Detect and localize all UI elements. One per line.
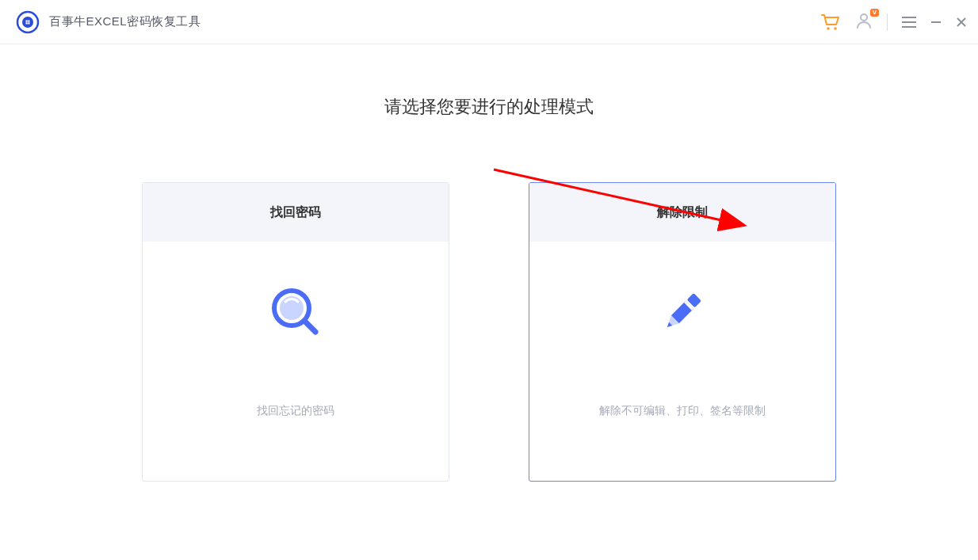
mode-card-recover-password[interactable]: 找回密码 找回忘记的密码 xyxy=(142,182,449,482)
vip-badge: V xyxy=(870,9,879,17)
card-body: 找回忘记的密码 xyxy=(143,242,449,481)
svg-point-7 xyxy=(834,27,837,30)
svg-point-8 xyxy=(861,14,867,21)
svg-line-19 xyxy=(305,322,315,332)
app-logo-icon xyxy=(16,10,40,34)
card-desc: 解除不可编辑、打印、签名等限制 xyxy=(599,404,766,418)
magnifier-icon xyxy=(268,280,323,344)
svg-rect-4 xyxy=(26,22,28,24)
card-desc: 找回忘记的密码 xyxy=(257,404,334,418)
card-title-band: 解除限制 xyxy=(529,183,835,242)
mode-cards-row: 找回密码 找回忘记的密码 解除限制 xyxy=(142,182,836,482)
svg-point-1 xyxy=(22,17,33,28)
svg-rect-3 xyxy=(28,20,29,21)
app-title: 百事牛EXCEL密码恢复工具 xyxy=(49,14,201,29)
card-title: 找回密码 xyxy=(270,204,321,221)
mode-card-remove-restriction[interactable]: 解除限制 解除不可编辑、打印、签名等限制 xyxy=(529,182,836,482)
titlebar: 百事牛EXCEL密码恢复工具 V xyxy=(0,0,978,44)
divider xyxy=(887,13,888,31)
titlebar-left: 百事牛EXCEL密码恢复工具 xyxy=(16,10,201,34)
titlebar-right: V xyxy=(820,12,967,32)
close-button[interactable] xyxy=(956,17,967,28)
user-account-button[interactable]: V xyxy=(855,12,873,32)
card-title: 解除限制 xyxy=(657,204,708,221)
card-title-band: 找回密码 xyxy=(143,183,449,242)
cart-icon[interactable] xyxy=(820,13,841,32)
svg-rect-2 xyxy=(26,20,28,21)
svg-rect-5 xyxy=(28,22,29,24)
menu-icon[interactable] xyxy=(902,17,916,28)
pencil-icon xyxy=(655,280,710,344)
card-body: 解除不可编辑、打印、签名等限制 xyxy=(529,242,835,481)
main-content: 请选择您要进行的处理模式 找回密码 xyxy=(0,44,978,482)
minimize-button[interactable] xyxy=(930,17,942,28)
page-heading: 请选择您要进行的处理模式 xyxy=(384,95,594,119)
svg-point-6 xyxy=(827,27,830,30)
